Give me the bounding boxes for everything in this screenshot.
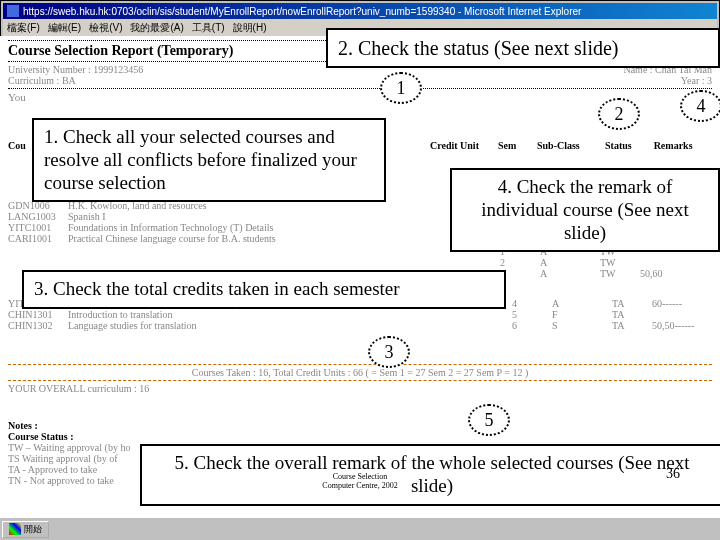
summary-area: Courses Taken : 16, Total Credit Units :… [8,362,712,394]
menu-help[interactable]: 說明(H) [233,21,267,35]
bubble-1: 1 [380,72,422,104]
start-button[interactable]: 開始 [2,521,49,538]
year: Year : 3 [681,75,712,86]
hdr-remarks: Remarks [654,140,712,151]
menu-tools[interactable]: 工具(T) [192,21,225,35]
bubble-2: 2 [598,98,640,130]
hdr-credit: Credit Unit [430,140,498,151]
hdr-code: Cou [8,140,26,151]
windows-taskbar[interactable]: 開始 [0,517,720,540]
slide-number: 36 [666,466,680,482]
hdr-subclass: Sub-Class [537,140,605,151]
bubble-5: 5 [468,404,510,436]
curriculum: Curriculum : BA [8,75,76,86]
callout-2: 2. Check the status (See next slide) [326,28,720,68]
notes-area: Notes : Course Status : TW – Waiting app… [8,420,130,486]
menu-edit[interactable]: 編輯(E) [48,21,81,35]
browser-titlebar: https://sweb.hku.hk:0703/oclin/sis/stude… [3,3,717,19]
course-status-title: Course Status : [8,431,130,442]
menu-file[interactable]: 檔案(F) [7,21,40,35]
bubble-4: 4 [680,90,720,122]
menu-fav[interactable]: 我的最愛(A) [130,21,183,35]
table-headers-right: Credit Unit Sem Sub-Class Status Remarks [430,140,712,151]
cs-ta: TA - Approved to take [8,464,130,475]
cs-tn: TN - Not approved to take [8,475,130,486]
report-title: Course Selection Report (Temporary) [8,43,233,59]
titlebar-text: https://sweb.hku.hk:0703/oclin/sis/stude… [23,6,581,17]
univ-number: University Number : 1999123456 [8,64,143,75]
hdr-sem: Sem [498,140,537,151]
summary-line: Courses Taken : 16, Total Credit Units :… [8,367,712,378]
notes-title: Notes : [8,420,130,431]
overall-line: YOUR OVERALL curriculum : 16 [8,383,712,394]
cs-ts: TS Waiting approval (by of [8,453,130,464]
callout-1: 1. Check all your selected courses and r… [32,118,386,202]
callout-3: 3. Check the total credits taken in each… [22,270,506,309]
callout-4: 4. Check the remark of individual course… [450,168,720,252]
windows-icon [9,523,21,535]
bubble-3: 3 [368,336,410,368]
callout-5: 5. Check the overall remark of the whole… [140,444,720,506]
cs-tw: TW – Waiting approval (by ho [8,442,130,453]
hdr-status: Status [605,140,654,151]
ie-icon [7,5,19,17]
footer-course-sel: Course Selection Computer Centre, 2002 [290,472,430,490]
menu-view[interactable]: 檢視(V) [89,21,122,35]
